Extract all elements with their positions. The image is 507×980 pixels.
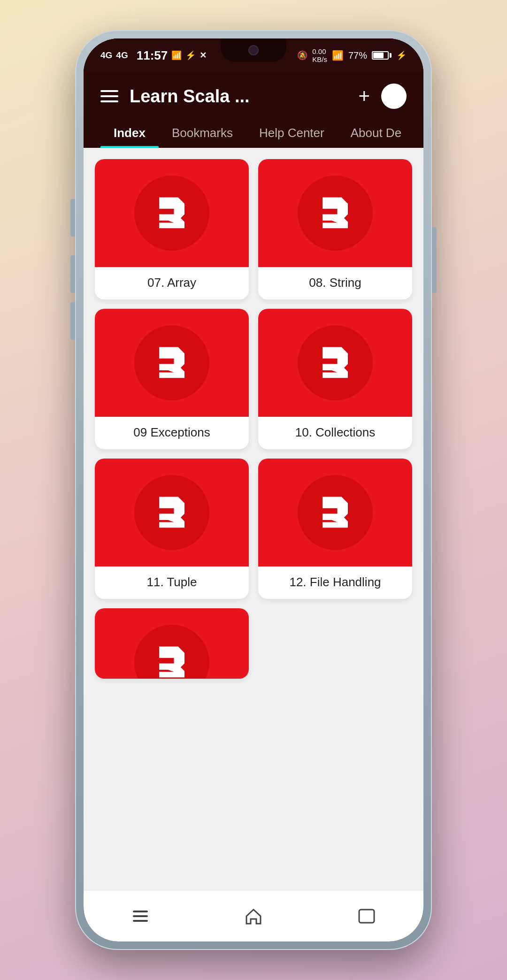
- svg-rect-14: [133, 911, 148, 912]
- wifi-icon: 📶: [332, 50, 344, 61]
- nav-bar: [84, 890, 423, 942]
- card-08-label: 08. String: [258, 267, 412, 299]
- card-07-label: 07. Array: [95, 267, 249, 299]
- card-10-label: 10. Collections: [258, 417, 412, 449]
- network-indicator: 4G: [100, 50, 112, 61]
- camera: [248, 45, 259, 55]
- nav-menu-button[interactable]: [123, 898, 158, 934]
- nav-back-button[interactable]: [349, 898, 384, 934]
- tab-about[interactable]: About De: [338, 118, 407, 148]
- status-time: 11:57: [137, 48, 168, 63]
- usb-icon: ⚡: [185, 50, 196, 61]
- charging-icon: ⚡: [396, 50, 407, 61]
- svg-rect-17: [359, 910, 374, 923]
- card-07-image: [95, 159, 249, 267]
- status-right: 🔕 0.00KB/s 📶 77% ⚡: [297, 47, 407, 63]
- card-10-image: [258, 309, 412, 417]
- svg-rect-15: [133, 915, 148, 917]
- course-card-09[interactable]: 09 Exceptions: [95, 309, 249, 449]
- add-button[interactable]: +: [358, 85, 370, 107]
- course-card-12[interactable]: 12. File Handling: [258, 459, 412, 599]
- battery-percent: 77%: [348, 50, 367, 61]
- status-left: 4G 4G 11:57 📶 ⚡ ✕: [100, 48, 207, 63]
- card-09-label: 09 Exceptions: [95, 417, 249, 449]
- card-12-image: [258, 459, 412, 567]
- avatar[interactable]: [381, 84, 407, 109]
- card-11-image: [95, 459, 249, 567]
- course-card-13[interactable]: [95, 608, 249, 679]
- settings-icon: ✕: [200, 50, 207, 61]
- course-grid: 07. Array: [95, 159, 412, 679]
- sim-icon: 📶: [171, 50, 182, 61]
- course-card-11[interactable]: 11. Tuple: [95, 459, 249, 599]
- tab-bar: Index Bookmarks Help Center About De: [100, 118, 407, 148]
- card-08-image: [258, 159, 412, 267]
- card-13-image: [95, 608, 249, 679]
- network-indicator-2: 4G: [116, 50, 128, 61]
- card-12-label: 12. File Handling: [258, 567, 412, 599]
- app-title: Learn Scala ...: [130, 86, 347, 107]
- course-card-10[interactable]: 10. Collections: [258, 309, 412, 449]
- tab-bookmarks[interactable]: Bookmarks: [159, 118, 246, 148]
- speed-indicator: 0.00KB/s: [312, 47, 327, 63]
- course-card-07[interactable]: 07. Array: [95, 159, 249, 299]
- card-11-label: 11. Tuple: [95, 567, 249, 599]
- nav-home-button[interactable]: [236, 898, 271, 934]
- card-09-image: [95, 309, 249, 417]
- tab-index[interactable]: Index: [100, 118, 159, 148]
- tab-help-center[interactable]: Help Center: [246, 118, 338, 148]
- hamburger-menu-button[interactable]: [100, 90, 118, 102]
- course-card-08[interactable]: 08. String: [258, 159, 412, 299]
- svg-rect-16: [133, 920, 148, 922]
- main-content: 07. Array: [84, 148, 423, 890]
- battery-icon: [372, 51, 392, 60]
- app-header: Learn Scala ... + Index Bookmarks Help C…: [84, 72, 423, 148]
- status-bar: 4G 4G 11:57 📶 ⚡ ✕ 🔕 0.00KB/s 📶 77%: [84, 38, 423, 72]
- mute-icon: 🔕: [297, 50, 307, 61]
